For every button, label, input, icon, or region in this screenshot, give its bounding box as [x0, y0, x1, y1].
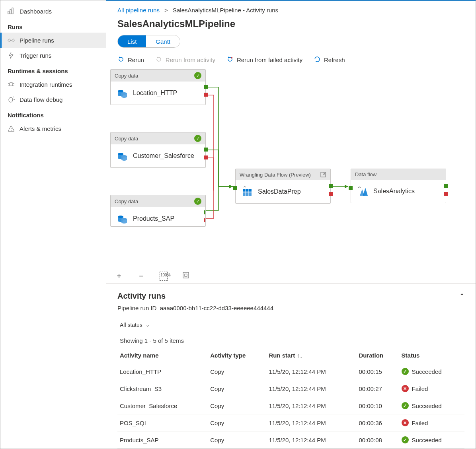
zoom-in-button[interactable]: + [115, 272, 123, 281]
sidebar-item-dataflow-debug[interactable]: Data flow debug [0, 92, 106, 107]
toggle-gantt[interactable]: Gantt [146, 35, 180, 47]
sidebar-label: Alerts & metrics [20, 125, 61, 132]
svg-point-20 [231, 57, 232, 58]
status-success-icon: ✓ [402, 436, 409, 443]
cell-status: Succeeded [412, 402, 442, 409]
sidebar-item-trigger-runs[interactable]: Trigger runs [0, 48, 106, 63]
col-run-start[interactable]: Run start ↑↓ [266, 348, 356, 363]
integration-runtimes-icon [8, 81, 15, 88]
svg-line-12 [13, 97, 14, 97]
input-port[interactable] [233, 186, 237, 190]
zoom-fit-button[interactable] [182, 272, 190, 281]
col-activity-type[interactable]: Activity type [208, 348, 266, 363]
svg-rect-2 [12, 8, 13, 14]
svg-rect-32 [243, 189, 252, 191]
table-row[interactable]: Products_SAPCopy11/5/20, 12:12:44 PM00:0… [117, 432, 464, 449]
svg-rect-22 [183, 272, 189, 278]
rerun-icon [117, 56, 125, 64]
table-row[interactable]: Location_HTTPCopy11/5/20, 12:12:44 PM00:… [117, 363, 464, 380]
zoom-out-button[interactable]: − [137, 272, 145, 281]
svg-rect-0 [8, 11, 9, 14]
activity-box[interactable]: Data flowSalesAnalytics [351, 169, 446, 203]
activity-type-icon [116, 213, 128, 225]
col-run-start-label: Run start [269, 352, 295, 359]
output-port-success[interactable] [444, 184, 448, 188]
output-port-failure[interactable] [329, 192, 333, 196]
cell-status: Succeeded [412, 437, 442, 443]
cell-start: 11/5/20, 12:12:44 PM [266, 397, 356, 414]
activity-runs-panel: Activity runs ⌃ Pipeline run ID aaaa0000… [106, 283, 476, 449]
cell-name: Clickstream_S3 [117, 380, 208, 397]
output-port-success[interactable] [204, 85, 208, 89]
activity-type-icon [116, 150, 128, 162]
rerun-failed-icon [226, 56, 234, 64]
svg-rect-23 [185, 274, 187, 276]
collapse-panel-button[interactable]: ⌃ [459, 292, 464, 300]
activity-header: Wrangling Data Flow (Preview) [236, 169, 330, 180]
status-success-icon: ✓ [194, 72, 201, 79]
zoom-bar: + − 100% [115, 272, 190, 281]
output-port-failure[interactable] [204, 93, 208, 97]
rerun-failed-label: Rerun from failed activity [237, 56, 302, 63]
output-port-failure[interactable] [204, 218, 206, 222]
activity-box[interactable]: Copy data✓Customer_Salesforce [110, 132, 206, 168]
chevron-down-icon: ⌄ [146, 322, 150, 328]
sidebar-label: Pipeline runs [20, 37, 54, 44]
zoom-reset-button[interactable]: 100% [160, 272, 168, 281]
activity-name: Location_HTTP [133, 89, 177, 97]
status-success-icon: ✓ [194, 135, 201, 142]
cell-name: Products_SAP [117, 432, 208, 449]
status-filter[interactable]: All status ⌄ [117, 319, 152, 331]
activity-box[interactable]: Wrangling Data Flow (Preview)SalesDataPr… [235, 169, 331, 204]
sidebar: Dashboards Runs Pipeline runs Trigger ru… [0, 0, 106, 449]
input-port[interactable] [349, 186, 353, 190]
sort-icon: ↑↓ [297, 352, 302, 359]
activity-name: Products_SAP [133, 215, 174, 222]
col-activity-name[interactable]: Activity name [117, 348, 208, 363]
output-port-failure[interactable] [444, 192, 448, 196]
cell-duration: 00:00:08 [356, 432, 399, 449]
activity-runs-table: Activity name Activity type Run start ↑↓… [117, 348, 464, 449]
sidebar-item-alerts[interactable]: Alerts & metrics [0, 121, 106, 136]
cell-status: Failed [412, 385, 428, 392]
col-duration[interactable]: Duration [356, 348, 399, 363]
activity-type-icon [241, 186, 253, 198]
activity-name: Customer_Salesforce [133, 152, 194, 159]
breadcrumb-link[interactable]: All pipeline runs [117, 7, 160, 14]
activity-box[interactable]: Copy data✓Products_SAP [110, 195, 206, 227]
table-row[interactable]: Customer_SalesforceCopy11/5/20, 12:12:44… [117, 397, 464, 414]
svg-rect-6 [10, 83, 13, 86]
table-row[interactable]: Clickstream_S3Copy11/5/20, 12:12:44 PM00… [117, 380, 464, 397]
run-id-value: aaaa0000-bb11-cc22-dd33-eeeeee444444 [160, 305, 273, 311]
toggle-list[interactable]: List [118, 35, 146, 47]
rerun-from-activity-button: Rerun from activity [155, 56, 215, 64]
breadcrumb: All pipeline runs > SalesAnalyticsMLPipe… [106, 1, 476, 17]
col-status[interactable]: Status [399, 348, 464, 363]
output-port-success[interactable] [204, 210, 206, 214]
page-title: SalesAnalyticsMLPipeline [106, 17, 476, 35]
output-port-success[interactable] [204, 148, 208, 152]
activity-name: SalesAnalytics [373, 188, 415, 195]
dashboard-icon [8, 8, 15, 15]
trigger-runs-icon [8, 52, 15, 59]
output-port-failure[interactable] [204, 155, 208, 159]
sidebar-item-integration-runtimes[interactable]: Integration runtimes [0, 77, 106, 92]
output-port-success[interactable] [329, 184, 333, 188]
cell-status: Succeeded [412, 368, 442, 375]
sidebar-item-dashboards[interactable]: Dashboards [0, 4, 106, 19]
activity-header: Data flow [351, 169, 446, 180]
rerun-button[interactable]: Rerun [117, 56, 144, 64]
rerun-from-failed-button[interactable]: Rerun from failed activity [226, 56, 302, 64]
status-failed-icon: ✕ [402, 385, 409, 392]
rerun-activity-icon [155, 56, 162, 64]
activity-box[interactable]: Copy data✓Location_HTTP [110, 69, 206, 105]
refresh-icon [314, 56, 321, 64]
table-row[interactable]: POS_SQLCopy11/5/20, 12:12:44 PM00:00:36✕… [117, 414, 464, 432]
pipeline-canvas[interactable]: + − 100% Copy data✓Location_HTTPCopy dat… [106, 69, 476, 283]
open-external-icon[interactable] [320, 171, 326, 178]
rerun-label: Rerun [128, 56, 144, 63]
refresh-button[interactable]: Refresh [314, 56, 345, 64]
svg-point-16 [11, 130, 12, 131]
sidebar-section-runs: Runs [0, 19, 106, 33]
sidebar-item-pipeline-runs[interactable]: Pipeline runs [0, 33, 106, 48]
